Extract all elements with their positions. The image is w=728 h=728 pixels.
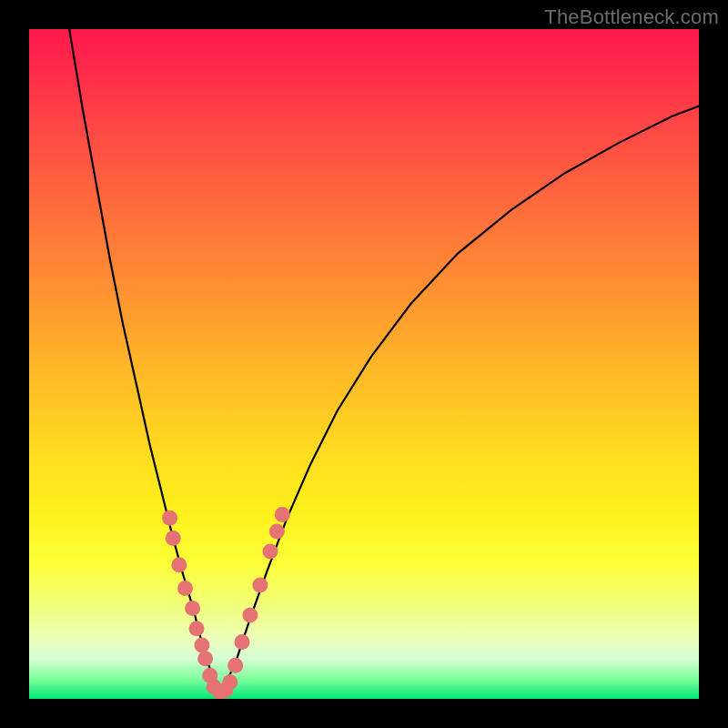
datapoint-marker xyxy=(197,651,213,666)
datapoint-marker xyxy=(242,608,258,623)
datapoint-marker xyxy=(228,658,243,673)
curve-left-branch xyxy=(69,29,220,693)
chart-frame: TheBottleneck.com xyxy=(0,0,728,728)
bottleneck-curve xyxy=(69,29,699,693)
datapoint-markers xyxy=(162,507,290,699)
datapoint-marker xyxy=(269,524,285,540)
plot-area xyxy=(29,29,699,699)
curve-right-branch xyxy=(220,106,699,693)
datapoint-marker xyxy=(177,581,193,596)
datapoint-marker xyxy=(263,544,278,560)
datapoint-marker xyxy=(166,531,181,546)
datapoint-marker xyxy=(275,507,290,522)
datapoint-marker xyxy=(171,557,187,572)
datapoint-marker xyxy=(252,577,268,592)
datapoint-marker xyxy=(189,621,205,636)
watermark-label: TheBottleneck.com xyxy=(544,5,719,29)
datapoint-marker xyxy=(222,674,238,690)
datapoint-marker xyxy=(194,638,209,653)
chart-svg xyxy=(29,29,699,699)
datapoint-marker xyxy=(185,601,200,616)
datapoint-marker xyxy=(162,511,177,526)
datapoint-marker xyxy=(235,634,250,650)
